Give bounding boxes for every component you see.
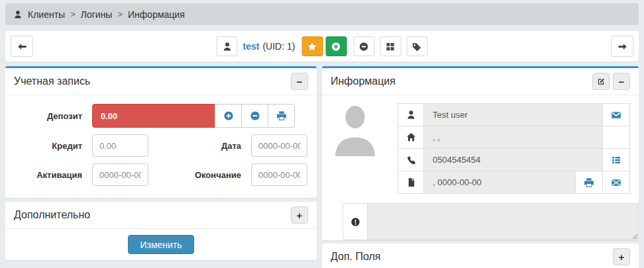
table-row-address: , ,: [398, 126, 630, 149]
plus-circle-icon: [223, 111, 234, 121]
info-panel-title: Информация: [331, 75, 396, 87]
info-collapse-button[interactable]: −: [613, 73, 630, 90]
document-icon: [406, 177, 416, 187]
envelope-x-icon: [611, 177, 621, 188]
credit-label: Кредит: [15, 141, 92, 151]
deposit-input-group: [92, 104, 295, 128]
extra-fields-expand-button[interactable]: +: [613, 248, 630, 265]
additional-expand-button[interactable]: +: [291, 206, 308, 224]
activation-expiration-row: Активация Окончание: [15, 163, 307, 186]
activation-input[interactable]: [92, 163, 148, 186]
address-value: , ,: [423, 126, 603, 149]
additional-panel-title: Дополнительно: [14, 209, 90, 221]
user-label: test (UID: 1): [243, 41, 295, 52]
account-collapse-button[interactable]: −: [291, 73, 308, 90]
favorite-button[interactable]: [301, 36, 323, 56]
user-uid-text: (UID: 1): [262, 41, 295, 52]
note-row: [343, 203, 639, 240]
date-input[interactable]: [251, 134, 307, 157]
breadcrumb-item-logins[interactable]: Логины: [81, 9, 113, 20]
left-column: Учетная запись − Депозит: [5, 66, 317, 260]
arrow-left-icon: [17, 42, 27, 52]
arrow-right-icon: [617, 42, 627, 52]
extra-fields-panel: Доп. Поля +: [322, 244, 639, 268]
envelope-icon: [611, 110, 621, 120]
home-icon: [406, 132, 416, 142]
grid-button[interactable]: [380, 36, 401, 56]
deposit-row: Депозит: [15, 104, 307, 128]
note-textarea[interactable]: [367, 203, 639, 240]
tags-button[interactable]: [406, 36, 427, 56]
table-row-document: , 0000-00-00: [398, 171, 630, 194]
minus-circle-icon: [250, 111, 260, 121]
deposit-subtract-button[interactable]: [241, 104, 268, 128]
expiration-input[interactable]: [251, 163, 307, 186]
document-value: , 0000-00-00: [423, 171, 576, 194]
account-panel-title: Учетная запись: [14, 75, 90, 87]
minus-circle-icon: [359, 42, 369, 52]
page: Клиенты > Логины > Информация test (UID:…: [0, 0, 644, 268]
date-label: Дата: [148, 141, 251, 151]
extra-fields-header: Доп. Поля +: [322, 244, 639, 268]
info-body: Test user , ,: [322, 95, 639, 240]
empty-action-cell: [602, 126, 630, 149]
block-button[interactable]: [353, 36, 374, 56]
exclamation-circle-icon: [350, 217, 360, 227]
breadcrumb-item-information: Информация: [128, 9, 185, 20]
edit-icon: [597, 77, 605, 86]
back-button[interactable]: [11, 36, 33, 57]
user-icon: [222, 42, 232, 52]
additional-panel-header: Дополнительно +: [5, 202, 317, 229]
user-profile-button[interactable]: [217, 36, 238, 56]
breadcrumb: Клиенты > Логины > Информация: [5, 3, 639, 25]
credit-date-row: Кредит Дата: [15, 134, 307, 157]
breadcrumb-separator: >: [70, 9, 76, 19]
breadcrumb-separator: >: [117, 9, 123, 19]
form-footer: Изменить: [5, 229, 317, 260]
grid-icon: [386, 42, 396, 52]
user-icon: [406, 110, 416, 120]
info-panel: Информация − Test user: [322, 66, 639, 240]
expiration-label: Окончание: [148, 170, 251, 180]
plus-circle-icon: [331, 42, 341, 52]
name-value: Test user: [423, 103, 603, 126]
toolbar-user-group: test (UID: 1): [217, 36, 428, 56]
additional-panel: Дополнительно + Изменить: [5, 202, 317, 260]
info-table: Test user , ,: [398, 103, 630, 194]
activation-label: Активация: [15, 170, 92, 180]
print-icon: [276, 111, 287, 121]
phone-list-button[interactable]: [602, 148, 630, 171]
credit-input[interactable]: [92, 134, 148, 157]
print-icon: [584, 177, 594, 188]
phone-icon: [406, 155, 416, 165]
toolbar: test (UID: 1): [5, 31, 639, 62]
table-row-name: Test user: [398, 103, 630, 126]
info-edit-button[interactable]: [592, 73, 610, 90]
tags-icon: [412, 42, 422, 52]
deposit-add-button[interactable]: [215, 104, 242, 128]
right-column: Информация − Test user: [322, 66, 639, 268]
document-email-button[interactable]: [602, 171, 630, 194]
phone-value: 0504545454: [423, 148, 603, 171]
star-icon: [307, 42, 317, 52]
deposit-label: Депозит: [15, 111, 92, 121]
forward-button[interactable]: [611, 36, 633, 57]
send-email-button[interactable]: [602, 103, 630, 126]
user-link[interactable]: test: [243, 41, 260, 52]
account-panel: Учетная запись − Депозит: [5, 66, 317, 198]
document-print-button[interactable]: [575, 171, 603, 194]
note-icon-cell: [343, 203, 368, 240]
account-form: Депозит: [5, 95, 317, 198]
extra-fields-title: Доп. Поля: [331, 251, 381, 263]
deposit-print-button[interactable]: [268, 104, 295, 128]
table-row-phone: 0504545454: [398, 148, 630, 171]
info-panel-header: Информация −: [322, 68, 639, 95]
user-icon: [13, 10, 23, 19]
avatar: [331, 103, 380, 156]
add-button[interactable]: [325, 36, 347, 56]
deposit-input[interactable]: [92, 104, 215, 128]
save-changes-button[interactable]: Изменить: [128, 235, 193, 254]
list-icon: [611, 155, 621, 165]
breadcrumb-item-clients[interactable]: Клиенты: [28, 9, 65, 20]
account-panel-header: Учетная запись −: [5, 68, 317, 95]
